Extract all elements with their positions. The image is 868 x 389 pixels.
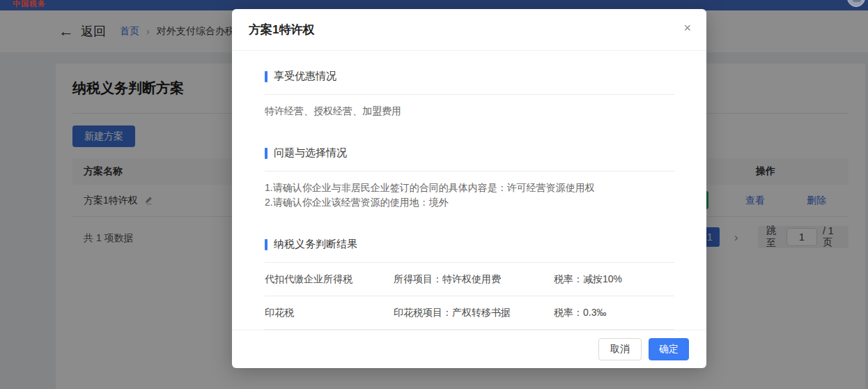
- result-tax-name: 代扣代缴企业所得税: [265, 273, 394, 286]
- benefit-content: 特许经营、授权经营、加盟费用: [265, 95, 674, 119]
- result-tax-rate: 税率：减按10%: [554, 273, 622, 286]
- result-row-stamp-tax: 印花税 印花税项目：产权转移书据 税率：0.3‰: [265, 296, 674, 330]
- modal-header: 方案1特许权 ×: [232, 9, 706, 51]
- questions-content: 1.请确认你企业与非居民企业签订的合同的具体内容是：许可经营资源使用权 2.请确…: [265, 171, 674, 210]
- section-benefit: 享受优惠情况 特许经营、授权经营、加盟费用: [265, 70, 674, 119]
- section-result: 纳税义务判断结果 代扣代缴企业所得税 所得项目：特许权使用费 税率：减按10% …: [265, 238, 674, 330]
- section-questions-header: 问题与选择情况: [265, 146, 674, 171]
- section-result-title: 纳税义务判断结果: [274, 238, 357, 251]
- section-marker-bar: [265, 71, 268, 82]
- result-row-income-tax: 代扣代缴企业所得税 所得项目：特许权使用费 税率：减按10%: [265, 263, 674, 296]
- section-result-header: 纳税义务判断结果: [265, 238, 674, 263]
- result-tax-name: 印花税: [265, 307, 394, 319]
- modal-body: 享受优惠情况 特许经营、授权经营、加盟费用 问题与选择情况 1.请确认你企业与非…: [232, 51, 706, 330]
- modal-title: 方案1特许权: [249, 22, 314, 38]
- confirm-button[interactable]: 确定: [649, 338, 689, 360]
- cancel-button[interactable]: 取消: [598, 338, 642, 360]
- section-benefit-header: 享受优惠情况: [265, 70, 674, 95]
- result-income-item: 印花税项目：产权转移书据: [394, 307, 554, 319]
- section-marker-bar: [265, 148, 268, 159]
- section-benefit-title: 享受优惠情况: [274, 70, 336, 83]
- close-icon[interactable]: ×: [683, 22, 691, 34]
- question-line-1: 1.请确认你企业与非居民企业签订的合同的具体内容是：许可经营资源使用权: [265, 181, 674, 195]
- section-questions: 问题与选择情况 1.请确认你企业与非居民企业签订的合同的具体内容是：许可经营资源…: [265, 146, 674, 210]
- tax-bureau-logo: 中国税务: [13, 0, 46, 9]
- question-line-2: 2.请确认你企业该经营资源的使用地：境外: [265, 195, 674, 210]
- user-avatar[interactable]: [847, 0, 865, 7]
- result-tax-rate: 税率：0.3‰: [554, 307, 606, 319]
- modal-footer: 取消 确定: [232, 330, 706, 368]
- section-questions-title: 问题与选择情况: [274, 146, 347, 160]
- result-income-item: 所得项目：特许权使用费: [394, 273, 554, 286]
- section-marker-bar: [265, 239, 268, 250]
- plan-detail-modal: 方案1特许权 × 享受优惠情况 特许经营、授权经营、加盟费用 问题与选择情况 1…: [232, 9, 706, 368]
